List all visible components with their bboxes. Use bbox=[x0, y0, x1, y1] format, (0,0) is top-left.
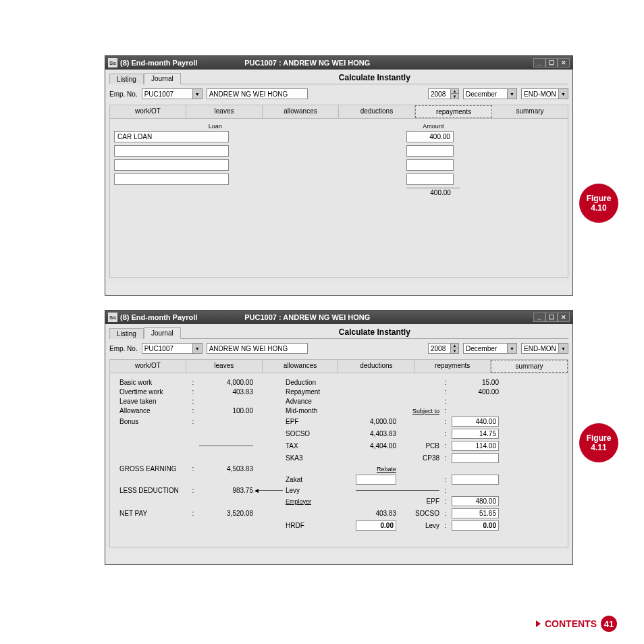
amount-input-1[interactable] bbox=[406, 145, 454, 157]
calculate-label: Calculate Instantly bbox=[181, 327, 568, 338]
window-title-prefix: (8) End-month Payroll bbox=[120, 313, 197, 321]
window-body-1: Listing Journal Calculate Instantly Emp.… bbox=[105, 70, 572, 284]
year-spinner[interactable]: 2008 ▲ ▼ bbox=[428, 88, 459, 99]
advance-label: Advance bbox=[286, 398, 353, 405]
triangle-icon bbox=[536, 620, 541, 627]
epf-label: EPF bbox=[286, 418, 353, 425]
emp-no-combo[interactable]: PUC1007 ▼ bbox=[142, 343, 203, 354]
net-label: NET PAY bbox=[119, 510, 187, 517]
subtab-summary[interactable]: summary bbox=[492, 105, 568, 118]
figure-badge-410: Figure 4.10 bbox=[579, 184, 618, 223]
figure-badge-411: Figure 4.11 bbox=[579, 423, 618, 462]
deduction-label: Deduction bbox=[286, 379, 353, 386]
emp-epf-label: EPF bbox=[399, 498, 439, 505]
period-combo[interactable]: END-MON ▼ bbox=[521, 343, 568, 354]
loan-input-2[interactable] bbox=[114, 159, 229, 171]
socso-aux: 403.83 bbox=[356, 510, 396, 517]
window-title-emp: PUC1007 : ANDREW NG WEI HONG bbox=[211, 59, 533, 67]
rebate-label: Rebate bbox=[356, 466, 396, 473]
maximize-button[interactable]: ☐ bbox=[545, 313, 558, 322]
emp-name-field[interactable]: ANDREW NG WEI HONG bbox=[207, 88, 308, 99]
close-button[interactable]: ✕ bbox=[558, 58, 570, 68]
period-combo[interactable]: END-MON ▼ bbox=[521, 88, 568, 99]
loan-input-0[interactable] bbox=[114, 131, 229, 142]
arrow-left-icon: ◄ bbox=[253, 487, 260, 494]
subtab-leaves[interactable]: leaves bbox=[186, 105, 263, 118]
amount-input-0[interactable] bbox=[406, 131, 454, 142]
zakat-value[interactable] bbox=[452, 475, 499, 485]
hrdf-value[interactable]: 0.00 bbox=[356, 520, 396, 531]
loan-input-3[interactable] bbox=[114, 173, 229, 185]
minimize-button[interactable]: _ bbox=[533, 313, 545, 322]
emp-levy-value[interactable]: 0.00 bbox=[452, 520, 499, 531]
subtab-repayments[interactable]: repayments bbox=[415, 105, 492, 118]
subtab-workot[interactable]: work/OT bbox=[110, 360, 186, 373]
tab-listing[interactable]: Listing bbox=[109, 328, 144, 339]
zakat-label: Zakat bbox=[286, 476, 353, 483]
socso-subject: 4,403.83 bbox=[356, 430, 396, 437]
minimize-button[interactable]: _ bbox=[533, 58, 545, 68]
subtab-deductions[interactable]: deductions bbox=[339, 105, 415, 118]
loan-input-1[interactable] bbox=[114, 145, 229, 157]
subtab-workot[interactable]: work/OT bbox=[110, 105, 186, 118]
summary-pane: Basic work : 4,000.00 Deduction : 15.00 … bbox=[109, 373, 568, 547]
subtab-repayments[interactable]: repayments bbox=[414, 360, 491, 373]
bonus-label: Bonus bbox=[119, 418, 187, 425]
subject-to-label: Subject to bbox=[356, 408, 439, 414]
subtab-deductions[interactable]: deductions bbox=[338, 360, 414, 373]
tab-journal[interactable]: Journal bbox=[144, 327, 181, 339]
subtab-allowances[interactable]: allowances bbox=[263, 105, 339, 118]
less-value: 983.75 bbox=[232, 487, 253, 494]
emp-name-field[interactable]: ANDREW NG WEI HONG bbox=[207, 343, 308, 354]
emp-epf-value[interactable]: 480.00 bbox=[452, 496, 499, 506]
emp-no-combo[interactable]: PUC1007 ▼ bbox=[142, 88, 203, 99]
spinner-up-icon[interactable]: ▲ bbox=[450, 89, 458, 94]
dropdown-icon: ▼ bbox=[558, 89, 568, 99]
dropdown-icon: ▼ bbox=[192, 89, 202, 99]
year-spinner[interactable]: 2008 ▲ ▼ bbox=[428, 343, 459, 354]
emp-no-value: PUC1007 bbox=[144, 90, 173, 98]
spinner-up-icon[interactable]: ▲ bbox=[450, 344, 458, 348]
epf-subject: 4,000.00 bbox=[356, 418, 396, 425]
amount-input-3[interactable] bbox=[406, 173, 454, 185]
maximize-button[interactable]: ☐ bbox=[545, 58, 558, 68]
zakat-rebate[interactable] bbox=[356, 475, 396, 485]
ot-label: Overtime work bbox=[119, 388, 187, 396]
tab-journal[interactable]: Journal bbox=[144, 73, 181, 84]
subtab-summary[interactable]: summary bbox=[491, 360, 568, 373]
filter-row-2: Emp. No. PUC1007 ▼ ANDREW NG WEI HONG 20… bbox=[109, 343, 568, 354]
emp-no-label: Emp. No. bbox=[109, 90, 138, 98]
deduction-value: 15.00 bbox=[452, 379, 499, 386]
titlebar-1: Ss (8) End-month Payroll PUC1007 : ANDRE… bbox=[105, 56, 572, 70]
subtab-leaves[interactable]: leaves bbox=[186, 360, 263, 373]
spinner-down-icon[interactable]: ▼ bbox=[450, 348, 458, 353]
window-2: Ss (8) End-month Payroll PUC1007 : ANDRE… bbox=[105, 310, 573, 565]
dropdown-icon: ▼ bbox=[507, 89, 516, 99]
amount-input-2[interactable] bbox=[406, 159, 454, 171]
subtabs-1: work/OT leaves allowances deductions rep… bbox=[109, 105, 568, 119]
month-combo[interactable]: December ▼ bbox=[463, 343, 517, 354]
spinner-down-icon[interactable]: ▼ bbox=[450, 94, 458, 99]
socso-value[interactable]: 14.75 bbox=[452, 429, 499, 439]
subtabs-2: work/OT leaves allowances deductions rep… bbox=[109, 359, 568, 373]
contents-label[interactable]: CONTENTS bbox=[545, 618, 597, 629]
ot-value: 403.83 bbox=[199, 388, 253, 396]
hrdf-label: HRDF bbox=[286, 522, 353, 529]
levy-label: Levy bbox=[286, 487, 353, 494]
ska3-value[interactable] bbox=[452, 453, 499, 463]
repayments-pane: Loan Amount 400.00 bbox=[109, 119, 568, 278]
month-combo[interactable]: December ▼ bbox=[463, 88, 517, 99]
repayments-total: 400.00 bbox=[406, 188, 454, 200]
calculate-label: Calculate Instantly bbox=[181, 73, 568, 84]
amount-header: Amount bbox=[406, 123, 460, 130]
close-button[interactable]: ✕ bbox=[558, 313, 570, 322]
tax-label: TAX bbox=[286, 442, 353, 450]
tab-listing[interactable]: Listing bbox=[109, 74, 144, 84]
allowance-value: 100.00 bbox=[199, 407, 253, 414]
emp-socso-value[interactable]: 51.65 bbox=[452, 508, 499, 518]
subtab-allowances[interactable]: allowances bbox=[263, 360, 339, 373]
loan-header: Loan bbox=[114, 123, 317, 130]
epf-value[interactable]: 440.00 bbox=[452, 417, 499, 427]
tax-value[interactable]: 114.00 bbox=[452, 441, 499, 451]
basic-label: Basic work bbox=[119, 379, 187, 386]
